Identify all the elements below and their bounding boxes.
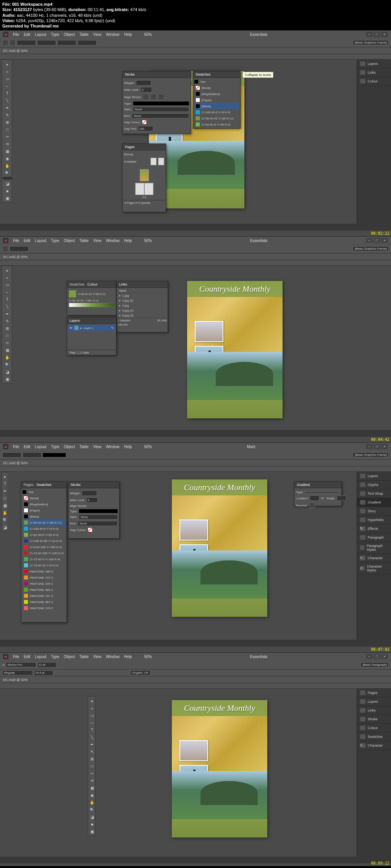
- zoom-tool[interactable]: 🔍: [3, 361, 12, 368]
- page-tool[interactable]: ▭: [89, 712, 95, 719]
- stroke-weight-input[interactable]: [82, 490, 97, 496]
- language-dropdown[interactable]: English: UK: [131, 670, 150, 675]
- close-button[interactable]: ×: [381, 238, 388, 243]
- current-swatch[interactable]: [22, 490, 27, 494]
- stroke-type-dropdown[interactable]: [79, 509, 118, 513]
- menu-table[interactable]: Table: [79, 239, 89, 243]
- type-tool[interactable]: T: [3, 90, 12, 97]
- menu-object[interactable]: Object: [64, 239, 75, 243]
- layer-item-1[interactable]: 👁 ▸ Layer 1 ✎: [68, 325, 115, 331]
- free-transform-tool[interactable]: ⟲: [89, 777, 95, 784]
- line-tool[interactable]: ╲: [3, 303, 12, 310]
- scissors-tool[interactable]: ✂: [89, 770, 95, 777]
- menu-layout[interactable]: Layout: [35, 655, 46, 659]
- swatch-skyblue[interactable]: C=70 M=15 Y=0 K=0: [22, 562, 66, 568]
- menu-type[interactable]: Type: [51, 32, 59, 37]
- menu-layout[interactable]: Layout: [35, 445, 46, 449]
- y-input[interactable]: [23, 452, 42, 458]
- type-tool[interactable]: T: [89, 726, 95, 733]
- edit-layer-icon[interactable]: ✎: [111, 326, 114, 330]
- swatch-registration[interactable]: [Registration]: [194, 91, 239, 97]
- fill-stroke[interactable]: ◪: [3, 524, 7, 531]
- selection-tool[interactable]: ▸: [3, 61, 12, 68]
- link-item-6[interactable]: ▸ 6.jpg (2): [118, 313, 167, 318]
- pen-tool[interactable]: ✒: [89, 741, 95, 748]
- right-character[interactable]: ACharacter: [357, 741, 391, 750]
- gradient-tool[interactable]: ▦: [3, 502, 7, 509]
- stroke-end-dropdown[interactable]: None: [132, 113, 189, 118]
- swatch-p157[interactable]: PANTONE 157 C: [22, 593, 66, 599]
- rectangle-tool[interactable]: □: [89, 763, 95, 770]
- page-tool[interactable]: ▭: [3, 75, 12, 82]
- menu-file[interactable]: File: [13, 239, 19, 243]
- menu-file[interactable]: File: [13, 655, 19, 659]
- free-transform-tool[interactable]: ⟲: [3, 140, 12, 147]
- right-layers[interactable]: Layers: [357, 60, 391, 68]
- menu-edit[interactable]: Edit: [24, 655, 30, 659]
- menu-object[interactable]: Object: [64, 32, 75, 37]
- menu-type[interactable]: Type: [51, 239, 59, 243]
- h-input[interactable]: [78, 40, 97, 45]
- gradient-angle[interactable]: [337, 495, 346, 501]
- fill-stroke-tool[interactable]: ◪: [89, 813, 95, 820]
- swatch-lime[interactable]: C=62 M=0 Y=95 K=0: [194, 121, 239, 127]
- menu-view[interactable]: View: [93, 32, 102, 37]
- stroke-style-control[interactable]: [43, 453, 66, 457]
- type-tool[interactable]: T: [3, 296, 12, 303]
- gradient-tool[interactable]: ▦: [3, 148, 12, 155]
- right-layers[interactable]: Layers: [357, 697, 391, 706]
- swatch-red[interactable]: C=0 M=100 Y=100 K=0: [22, 544, 66, 550]
- para-style-dropdown[interactable]: [Basic Paragraph]: [360, 662, 389, 667]
- menu-layout[interactable]: Layout: [35, 32, 46, 37]
- menu-view[interactable]: View: [93, 655, 102, 659]
- maximize-button[interactable]: □: [373, 32, 380, 37]
- stroke-type-dropdown[interactable]: [133, 102, 189, 105]
- menu-file[interactable]: File: [13, 445, 19, 449]
- hand-tool[interactable]: ✋: [89, 799, 95, 806]
- right-colour[interactable]: Colour: [357, 724, 391, 732]
- swatch-green[interactable]: C=56 M=22 Y=85 K=11: [194, 115, 239, 121]
- right-pages[interactable]: Pages: [357, 689, 391, 697]
- right-effects[interactable]: fxEffects: [357, 524, 391, 533]
- document-page[interactable]: Countryside Monthly: [187, 281, 283, 418]
- zoom-level[interactable]: 50%: [144, 655, 152, 659]
- rectangle-tool[interactable]: □: [3, 495, 7, 502]
- swatch-p715[interactable]: PANTONE 715 C: [22, 574, 66, 581]
- swatch-black[interactable]: [Black]: [194, 103, 239, 109]
- selection-tool[interactable]: ▸: [89, 697, 95, 704]
- gap-color[interactable]: [88, 528, 92, 532]
- document-tab[interactable]: DC.indd @ 50%: [0, 47, 391, 54]
- close-button[interactable]: ×: [381, 444, 388, 449]
- color-tool[interactable]: ■: [89, 821, 95, 828]
- link-item-4[interactable]: ▸ 4.jpg: [118, 303, 167, 308]
- right-character[interactable]: ACharacter: [357, 554, 391, 563]
- x-input[interactable]: [10, 246, 29, 252]
- menu-help[interactable]: Help: [124, 445, 132, 449]
- document-page[interactable]: Countryside Monthly: [172, 479, 267, 617]
- right-gradient[interactable]: Gradient: [357, 498, 391, 507]
- constrain-icon[interactable]: [10, 40, 16, 46]
- reverse-button[interactable]: [309, 502, 315, 508]
- align-stroke-1[interactable]: [143, 94, 149, 100]
- document-tab[interactable]: DC.indd @ 50%: [0, 460, 391, 466]
- right-paragraph[interactable]: Paragraph: [357, 533, 391, 542]
- pen-tool[interactable]: ✒: [3, 487, 7, 494]
- right-colour[interactable]: Colour: [357, 77, 391, 86]
- right-layers[interactable]: Layers: [357, 472, 391, 481]
- right-story[interactable]: Story: [357, 507, 391, 516]
- menu-edit[interactable]: Edit: [24, 445, 30, 449]
- swatch-p235[interactable]: PANTONE 235 C: [22, 581, 66, 587]
- swatch-none[interactable]: [None]: [194, 85, 239, 91]
- size-input[interactable]: [37, 662, 57, 668]
- maximize-button[interactable]: □: [373, 654, 380, 659]
- close-button[interactable]: ×: [381, 32, 388, 37]
- hand-tool[interactable]: ✋: [3, 354, 12, 361]
- link-item-2[interactable]: ▸ 2.jpg (2): [118, 298, 167, 303]
- ctrl-icon[interactable]: [2, 246, 8, 252]
- menu-table[interactable]: Table: [79, 445, 89, 449]
- menu-edit[interactable]: Edit: [24, 239, 30, 243]
- screen-mode-tool[interactable]: ▣: [89, 828, 95, 835]
- rectangle-tool[interactable]: □: [3, 332, 12, 339]
- page-tool[interactable]: ▭: [3, 281, 12, 288]
- style-dropdown[interactable]: [Basic Graphics Frame]: [353, 40, 389, 45]
